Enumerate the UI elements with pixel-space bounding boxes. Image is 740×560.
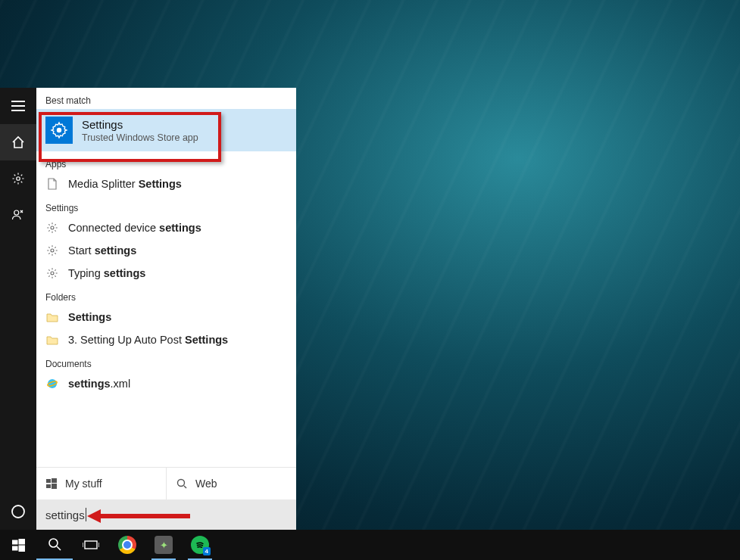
taskbar: ✦ 4 <box>0 530 740 560</box>
result-label: Settings <box>68 311 287 323</box>
gear-icon <box>45 221 59 235</box>
hamburger-button[interactable] <box>0 88 36 124</box>
category-settings: Settings <box>36 195 296 216</box>
search-icon <box>176 478 188 490</box>
svg-rect-11 <box>46 484 51 488</box>
category-documents: Documents <box>36 351 296 372</box>
category-folders: Folders <box>36 285 296 306</box>
search-result-folder[interactable]: Settings <box>36 306 296 328</box>
search-result-setting[interactable]: Typing settings <box>36 262 296 285</box>
tab-web[interactable]: Web <box>166 468 296 499</box>
chrome-icon <box>118 536 136 554</box>
svg-rect-10 <box>52 478 57 483</box>
document-icon <box>45 177 59 191</box>
svg-rect-15 <box>18 539 25 545</box>
svg-point-0 <box>17 177 20 181</box>
svg-rect-14 <box>12 540 18 544</box>
svg-rect-9 <box>46 479 51 483</box>
folder-icon <box>45 310 59 324</box>
result-label: Start settings <box>68 244 287 257</box>
taskbar-app-evernote[interactable]: ✦ <box>145 530 182 560</box>
settings-gear-icon <box>45 117 73 144</box>
svg-point-13 <box>178 480 185 487</box>
taskbar-app-spotify[interactable]: 4 <box>182 530 218 560</box>
result-label: Media Splitter Settings <box>68 178 287 190</box>
search-result-document[interactable]: settings.xml <box>36 372 296 395</box>
svg-point-1 <box>14 210 19 215</box>
rail-settings-button[interactable] <box>0 160 36 197</box>
search-result-app[interactable]: Media Splitter Settings <box>36 173 296 195</box>
tab-label: Web <box>195 478 217 490</box>
start-rail <box>0 88 36 530</box>
search-result-folder[interactable]: 3. Setting Up Auto Post Settings <box>36 328 296 351</box>
search-results-panel: Best match Settings Trusted Windows Stor… <box>36 88 296 530</box>
result-label: settings.xml <box>68 378 287 390</box>
svg-rect-16 <box>12 546 18 550</box>
evernote-icon: ✦ <box>155 536 173 554</box>
svg-point-6 <box>51 272 54 275</box>
taskbar-search-button[interactable] <box>36 530 73 560</box>
svg-rect-19 <box>85 541 97 549</box>
svg-point-2 <box>12 506 24 518</box>
ie-icon <box>45 377 59 390</box>
search-query-text: settings <box>45 509 85 521</box>
best-match-subtitle: Trusted Windows Store app <box>82 132 198 143</box>
result-label: Connected device settings <box>68 222 287 234</box>
rail-cortana-button[interactable] <box>0 493 36 530</box>
folder-icon <box>45 333 59 347</box>
svg-rect-17 <box>18 545 25 552</box>
start-button[interactable] <box>0 530 36 560</box>
task-view-button[interactable] <box>73 530 109 560</box>
category-best-match: Best match <box>36 88 296 109</box>
taskbar-app-chrome[interactable] <box>109 530 145 560</box>
search-result-setting[interactable]: Start settings <box>36 239 296 262</box>
tab-label: My stuff <box>65 478 102 490</box>
start-search-flyout: Best match Settings Trusted Windows Stor… <box>0 88 296 530</box>
best-match-title: Settings <box>82 118 198 131</box>
gear-icon <box>45 266 59 280</box>
text-cursor <box>86 508 86 521</box>
best-match-item[interactable]: Settings Trusted Windows Store app <box>36 109 296 151</box>
gear-icon <box>45 244 59 257</box>
svg-point-18 <box>49 539 58 547</box>
result-label: Typing settings <box>68 267 287 279</box>
windows-icon <box>45 478 58 490</box>
rail-home-button[interactable] <box>0 124 36 160</box>
svg-point-4 <box>51 226 54 229</box>
category-apps: Apps <box>36 151 296 173</box>
rail-feedback-button[interactable] <box>0 197 36 233</box>
svg-point-5 <box>51 249 54 252</box>
spotify-icon: 4 <box>191 536 209 554</box>
search-result-setting[interactable]: Connected device settings <box>36 216 296 239</box>
tab-my-stuff[interactable]: My stuff <box>36 468 166 499</box>
search-scope-tabs: My stuff Web <box>36 467 296 499</box>
spotify-badge: 4 <box>203 547 211 555</box>
svg-point-3 <box>57 128 61 132</box>
search-input[interactable]: settings <box>36 499 296 530</box>
result-label: 3. Setting Up Auto Post Settings <box>68 334 287 346</box>
svg-rect-12 <box>52 484 57 489</box>
